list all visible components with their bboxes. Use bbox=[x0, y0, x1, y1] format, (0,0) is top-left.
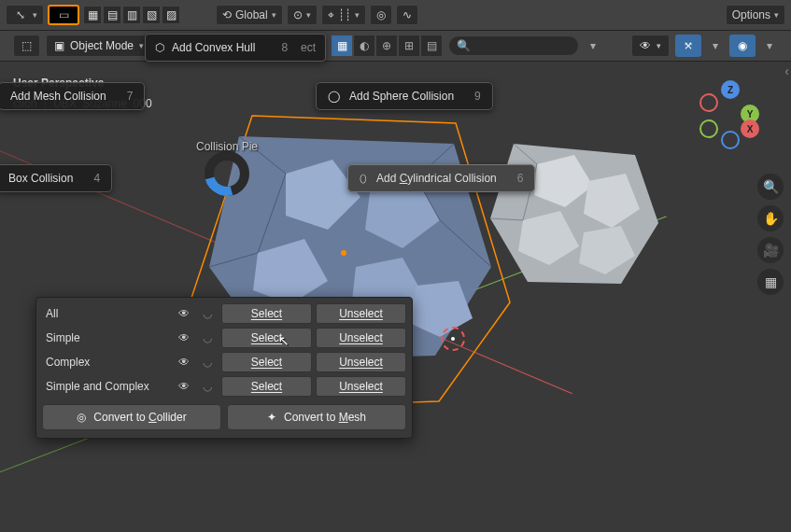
xray-icon[interactable]: ⊞ bbox=[398, 35, 420, 57]
collision-footer: ◎ Convert to Collider ✦ Convert to Mesh bbox=[42, 404, 406, 430]
snap-dropdown[interactable]: ⌖┊┊▾ bbox=[321, 5, 366, 25]
header-toolbar: ⤡▾ ▭ ▦ ▤ ▥ ▧ ▨ ⟲ Global ▾ ⊙▾ ⌖┊┊▾ ◎ ∿ Op… bbox=[0, 0, 791, 31]
select-button[interactable]: Select bbox=[221, 352, 312, 372]
state-toggle[interactable]: ◡ bbox=[197, 376, 218, 397]
pie-mesh-label: Add Mesh Collision bbox=[10, 90, 106, 103]
orientation-gizmo[interactable]: Z Y X bbox=[698, 80, 763, 146]
transform-orientation-dropdown[interactable]: ⟲ Global ▾ bbox=[216, 5, 283, 25]
selectability-icon[interactable]: ▦ bbox=[331, 35, 353, 57]
camera-icon[interactable]: 🎥 bbox=[757, 237, 784, 263]
options-label: Options bbox=[732, 8, 770, 21]
overlay-visibility-button[interactable]: ◉ bbox=[729, 35, 756, 57]
object-origin-icon bbox=[341, 250, 346, 256]
object-mode-icon: ▣ bbox=[54, 39, 64, 52]
pie-sphere-label: Add Sphere Collision bbox=[349, 90, 454, 103]
overlay-dropdown[interactable]: ▾ bbox=[761, 35, 778, 57]
visibility-toggle[interactable]: 👁 bbox=[173, 376, 195, 397]
select-extend-icon[interactable]: ▤ bbox=[103, 6, 121, 24]
wireframe-icon[interactable]: ▤ bbox=[420, 35, 443, 57]
editor-icon: ⬚ bbox=[21, 39, 32, 52]
pie-item-sphere-collision[interactable]: ◯ Add Sphere Collision 9 bbox=[316, 82, 493, 110]
row-label: Simple and Complex bbox=[42, 380, 171, 393]
collision-row-complex: Complex 👁 ◡ Select Unselect bbox=[42, 350, 406, 374]
proportional-edit-toggle[interactable]: ◎ bbox=[370, 5, 392, 25]
orientation-icon: ⟲ bbox=[222, 8, 232, 21]
mode-toolbar: ⬚ ▣ Object Mode ▾ ▦ ◐ ⊕ ⊞ ▤ 🔍 ▾ 👁▾ ⤧ ▾ ◉… bbox=[0, 31, 791, 62]
region-toggle-icon[interactable]: ‹ bbox=[784, 63, 789, 78]
state-toggle[interactable]: ◡ bbox=[197, 352, 218, 372]
svg-marker-11 bbox=[579, 226, 635, 274]
select-button[interactable]: Select bbox=[221, 376, 312, 397]
pie-item-box-collision[interactable]: Box Collision 4 bbox=[0, 164, 112, 192]
svg-marker-8 bbox=[534, 155, 593, 207]
proportional-curve-dropdown[interactable]: ∿ bbox=[396, 5, 418, 25]
convert-mesh-label: Convert to Mesh bbox=[284, 411, 366, 424]
pie-item-convex-hull[interactable]: ⬡ Add Convex Hull 8 ect bbox=[145, 34, 326, 62]
collision-row-simple: Simple 👁 ◡ Select Unselect bbox=[42, 326, 406, 350]
pie-menu-title: Collision Pie bbox=[196, 140, 258, 153]
row-label: Complex bbox=[42, 356, 171, 369]
sphere-icon: ◯ bbox=[328, 90, 340, 103]
select-button[interactable]: Select bbox=[221, 328, 312, 348]
select-set-icon[interactable]: ▦ bbox=[83, 6, 102, 24]
gizmo-neg-y[interactable] bbox=[699, 119, 718, 138]
search-icon: 🔍 bbox=[457, 39, 471, 52]
collider-icon: ◎ bbox=[77, 411, 86, 424]
state-toggle[interactable]: ◡ bbox=[197, 303, 218, 324]
visibility-toggle[interactable]: 👁 bbox=[173, 352, 195, 372]
pie-item-mesh-collision[interactable]: Add Mesh Collision 7 bbox=[0, 82, 145, 110]
eye-icon: 👁 bbox=[640, 39, 651, 52]
pie-item-cylindrical-collision[interactable]: ⬯ Add Cylindrical Collision 6 bbox=[347, 164, 535, 192]
select-subtract-icon[interactable]: ▥ bbox=[122, 6, 141, 24]
hull-key: 8 bbox=[281, 41, 288, 54]
mesh-icon: ✦ bbox=[267, 411, 276, 424]
unselect-button[interactable]: Unselect bbox=[316, 303, 406, 324]
unselect-button[interactable]: Unselect bbox=[316, 352, 406, 372]
select-intersect-icon[interactable]: ▧ bbox=[142, 6, 161, 24]
select-invert-icon[interactable]: ▨ bbox=[162, 6, 180, 24]
svg-marker-9 bbox=[584, 174, 640, 228]
editor-type-dropdown[interactable]: ⬚ bbox=[13, 35, 40, 57]
convert-to-mesh-button[interactable]: ✦ Convert to Mesh bbox=[227, 404, 406, 430]
visibility-toggle[interactable]: 👁 bbox=[173, 328, 195, 348]
cursor-arrow-icon: ⤡ bbox=[12, 7, 29, 23]
svg-marker-4 bbox=[253, 239, 328, 304]
gizmo-dropdown[interactable]: ▾ bbox=[707, 35, 724, 57]
shading-extra-dropdown[interactable]: ▾ bbox=[585, 35, 601, 57]
unselect-button[interactable]: Unselect bbox=[316, 376, 406, 397]
cursor-tool-dropdown[interactable]: ⤡▾ bbox=[6, 5, 44, 25]
mode-dropdown[interactable]: ▣ Object Mode ▾ bbox=[46, 35, 152, 57]
gizmo-toggle-icon[interactable]: ◐ bbox=[353, 35, 375, 57]
pan-icon[interactable]: ✋ bbox=[757, 205, 784, 231]
hull-icon: ⬡ bbox=[155, 41, 164, 54]
pie-center-icon bbox=[205, 151, 249, 196]
gizmo-x-axis[interactable]: X bbox=[741, 119, 759, 138]
gizmo-z-axis[interactable]: Z bbox=[721, 80, 740, 99]
snap-icon: ⌖ bbox=[328, 8, 334, 21]
overlay-toggle-icon[interactable]: ⊕ bbox=[375, 35, 398, 57]
collision-row-simple-complex: Simple and Complex 👁 ◡ Select Unselect bbox=[42, 374, 406, 399]
state-toggle[interactable]: ◡ bbox=[197, 328, 218, 348]
overlay-group: ▦ ◐ ⊕ ⊞ ▤ bbox=[331, 35, 443, 57]
select-box-tool[interactable]: ▭ bbox=[48, 5, 79, 25]
zoom-icon[interactable]: 🔍 bbox=[757, 174, 784, 200]
search-input[interactable]: 🔍 bbox=[448, 35, 579, 56]
pivot-dropdown[interactable]: ⊙▾ bbox=[287, 5, 318, 25]
options-dropdown[interactable]: Options▾ bbox=[726, 5, 785, 25]
convert-to-collider-button[interactable]: ◎ Convert to Collider bbox=[42, 404, 221, 430]
select-mode-group: ▦ ▤ ▥ ▧ ▨ bbox=[83, 6, 180, 24]
viewport-3d[interactable]: User Perspective ction | UBX_Suzanne_000… bbox=[0, 62, 791, 532]
visibility-toggle[interactable]: 👁 bbox=[173, 303, 195, 324]
grid-perspective-icon[interactable]: ▦ bbox=[757, 269, 784, 295]
orientation-label: Global bbox=[235, 8, 268, 21]
pie-cyl-label: Add Cylindrical Collision bbox=[376, 172, 497, 185]
select-button[interactable]: Select bbox=[221, 303, 312, 324]
visibility-dropdown[interactable]: 👁▾ bbox=[631, 35, 670, 57]
pie-sphere-key: 9 bbox=[474, 90, 481, 103]
gizmo-neg-z[interactable] bbox=[721, 131, 740, 149]
unselect-button[interactable]: Unselect bbox=[316, 328, 406, 348]
hull-label: Add Convex Hull bbox=[172, 41, 255, 54]
proportional-icon: ◎ bbox=[376, 8, 386, 21]
gizmo-neg-x[interactable] bbox=[699, 93, 718, 112]
gizmo-visibility-button[interactable]: ⤧ bbox=[675, 35, 701, 57]
